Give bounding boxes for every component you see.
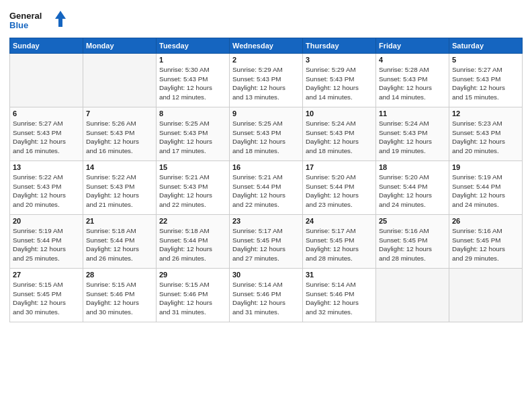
- day-number: 2: [232, 56, 300, 64]
- day-number: 17: [306, 163, 373, 171]
- calendar-cell: [376, 269, 449, 322]
- day-number: 23: [232, 217, 300, 225]
- day-info: Sunrise: 5:15 AM Sunset: 5:46 PM Dayligh…: [159, 280, 226, 317]
- day-info: Sunrise: 5:17 AM Sunset: 5:45 PM Dayligh…: [232, 226, 300, 263]
- calendar-week-row: 13Sunrise: 5:22 AM Sunset: 5:43 PM Dayli…: [10, 161, 523, 215]
- calendar-cell: 13Sunrise: 5:22 AM Sunset: 5:43 PM Dayli…: [10, 161, 83, 215]
- day-number: 1: [159, 56, 226, 64]
- calendar-cell: 10Sunrise: 5:24 AM Sunset: 5:43 PM Dayli…: [303, 107, 376, 161]
- day-number: 22: [159, 217, 226, 225]
- day-info: Sunrise: 5:21 AM Sunset: 5:43 PM Dayligh…: [159, 173, 226, 210]
- day-info: Sunrise: 5:28 AM Sunset: 5:43 PM Dayligh…: [379, 65, 446, 102]
- day-info: Sunrise: 5:15 AM Sunset: 5:45 PM Dayligh…: [13, 280, 80, 317]
- svg-marker-2: [55, 11, 66, 27]
- day-number: 25: [379, 217, 446, 225]
- day-number: 9: [232, 109, 300, 118]
- day-number: 7: [86, 109, 153, 118]
- calendar-cell: 11Sunrise: 5:24 AM Sunset: 5:43 PM Dayli…: [376, 107, 449, 161]
- day-info: Sunrise: 5:25 AM Sunset: 5:43 PM Dayligh…: [159, 119, 226, 156]
- calendar: SundayMondayTuesdayWednesdayThursdayFrid…: [9, 38, 523, 322]
- calendar-week-row: 1Sunrise: 5:30 AM Sunset: 5:43 PM Daylig…: [10, 54, 523, 107]
- day-info: Sunrise: 5:22 AM Sunset: 5:43 PM Dayligh…: [86, 173, 153, 210]
- day-info: Sunrise: 5:15 AM Sunset: 5:46 PM Dayligh…: [86, 280, 153, 317]
- calendar-week-row: 6Sunrise: 5:27 AM Sunset: 5:43 PM Daylig…: [10, 107, 523, 161]
- day-info: Sunrise: 5:16 AM Sunset: 5:45 PM Dayligh…: [452, 226, 519, 263]
- calendar-cell: 29Sunrise: 5:15 AM Sunset: 5:46 PM Dayli…: [157, 269, 230, 322]
- day-info: Sunrise: 5:18 AM Sunset: 5:44 PM Dayligh…: [159, 226, 226, 263]
- calendar-cell: 7Sunrise: 5:26 AM Sunset: 5:43 PM Daylig…: [83, 107, 157, 161]
- day-info: Sunrise: 5:25 AM Sunset: 5:43 PM Dayligh…: [232, 119, 300, 156]
- calendar-cell: 20Sunrise: 5:19 AM Sunset: 5:44 PM Dayli…: [10, 215, 83, 269]
- day-number: 20: [13, 217, 80, 225]
- day-number: 31: [306, 271, 373, 279]
- calendar-cell: 6Sunrise: 5:27 AM Sunset: 5:43 PM Daylig…: [10, 107, 83, 161]
- day-info: Sunrise: 5:27 AM Sunset: 5:43 PM Dayligh…: [452, 65, 519, 102]
- day-number: 11: [379, 109, 446, 118]
- calendar-cell: 30Sunrise: 5:14 AM Sunset: 5:46 PM Dayli…: [230, 269, 303, 322]
- calendar-cell: 22Sunrise: 5:18 AM Sunset: 5:44 PM Dayli…: [157, 215, 230, 269]
- day-number: 29: [159, 271, 226, 279]
- day-number: 15: [159, 163, 226, 171]
- calendar-cell: 14Sunrise: 5:22 AM Sunset: 5:43 PM Dayli…: [83, 161, 157, 215]
- day-info: Sunrise: 5:26 AM Sunset: 5:43 PM Dayligh…: [86, 119, 153, 156]
- calendar-cell: 23Sunrise: 5:17 AM Sunset: 5:45 PM Dayli…: [230, 215, 303, 269]
- day-number: 12: [452, 109, 519, 118]
- calendar-cell: [83, 54, 157, 107]
- calendar-cell: 8Sunrise: 5:25 AM Sunset: 5:43 PM Daylig…: [157, 107, 230, 161]
- day-number: 30: [232, 271, 300, 279]
- day-info: Sunrise: 5:14 AM Sunset: 5:46 PM Dayligh…: [232, 280, 300, 317]
- day-info: Sunrise: 5:23 AM Sunset: 5:43 PM Dayligh…: [452, 119, 519, 156]
- calendar-week-row: 27Sunrise: 5:15 AM Sunset: 5:45 PM Dayli…: [10, 269, 523, 322]
- calendar-week-row: 20Sunrise: 5:19 AM Sunset: 5:44 PM Dayli…: [10, 215, 523, 269]
- calendar-cell: 17Sunrise: 5:20 AM Sunset: 5:44 PM Dayli…: [303, 161, 376, 215]
- day-info: Sunrise: 5:20 AM Sunset: 5:44 PM Dayligh…: [379, 173, 446, 210]
- day-info: Sunrise: 5:19 AM Sunset: 5:44 PM Dayligh…: [13, 226, 80, 263]
- calendar-header-friday: Friday: [376, 38, 449, 54]
- day-info: Sunrise: 5:24 AM Sunset: 5:43 PM Dayligh…: [306, 119, 373, 156]
- calendar-cell: 1Sunrise: 5:30 AM Sunset: 5:43 PM Daylig…: [157, 54, 230, 107]
- day-number: 6: [13, 109, 80, 118]
- day-info: Sunrise: 5:16 AM Sunset: 5:45 PM Dayligh…: [379, 226, 446, 263]
- day-number: 4: [379, 56, 446, 64]
- calendar-cell: 5Sunrise: 5:27 AM Sunset: 5:43 PM Daylig…: [449, 54, 523, 107]
- calendar-header-wednesday: Wednesday: [230, 38, 303, 54]
- logo: General Blue: [9, 9, 70, 34]
- calendar-cell: 3Sunrise: 5:29 AM Sunset: 5:43 PM Daylig…: [303, 54, 376, 107]
- calendar-cell: 24Sunrise: 5:17 AM Sunset: 5:45 PM Dayli…: [303, 215, 376, 269]
- day-info: Sunrise: 5:14 AM Sunset: 5:46 PM Dayligh…: [306, 280, 373, 317]
- day-info: Sunrise: 5:17 AM Sunset: 5:45 PM Dayligh…: [306, 226, 373, 263]
- calendar-cell: 31Sunrise: 5:14 AM Sunset: 5:46 PM Dayli…: [303, 269, 376, 322]
- day-number: 8: [159, 109, 226, 118]
- day-number: 19: [452, 163, 519, 171]
- calendar-header-saturday: Saturday: [449, 38, 523, 54]
- calendar-cell: 12Sunrise: 5:23 AM Sunset: 5:43 PM Dayli…: [449, 107, 523, 161]
- calendar-cell: 26Sunrise: 5:16 AM Sunset: 5:45 PM Dayli…: [449, 215, 523, 269]
- calendar-cell: [449, 269, 523, 322]
- calendar-cell: 4Sunrise: 5:28 AM Sunset: 5:43 PM Daylig…: [376, 54, 449, 107]
- calendar-cell: 15Sunrise: 5:21 AM Sunset: 5:43 PM Dayli…: [157, 161, 230, 215]
- header: General Blue: [9, 7, 523, 34]
- calendar-cell: 2Sunrise: 5:29 AM Sunset: 5:43 PM Daylig…: [230, 54, 303, 107]
- calendar-cell: 21Sunrise: 5:18 AM Sunset: 5:44 PM Dayli…: [83, 215, 157, 269]
- day-info: Sunrise: 5:24 AM Sunset: 5:43 PM Dayligh…: [379, 119, 446, 156]
- day-number: 18: [379, 163, 446, 171]
- calendar-header-tuesday: Tuesday: [157, 38, 230, 54]
- svg-text:General: General: [9, 11, 42, 21]
- calendar-cell: 18Sunrise: 5:20 AM Sunset: 5:44 PM Dayli…: [376, 161, 449, 215]
- day-number: 10: [306, 109, 373, 118]
- calendar-cell: [10, 54, 83, 107]
- day-info: Sunrise: 5:29 AM Sunset: 5:43 PM Dayligh…: [232, 65, 300, 102]
- day-info: Sunrise: 5:19 AM Sunset: 5:44 PM Dayligh…: [452, 173, 519, 210]
- calendar-header-monday: Monday: [83, 38, 157, 54]
- day-info: Sunrise: 5:29 AM Sunset: 5:43 PM Dayligh…: [306, 65, 373, 102]
- day-number: 5: [452, 56, 519, 64]
- day-number: 24: [306, 217, 373, 225]
- calendar-header-row: SundayMondayTuesdayWednesdayThursdayFrid…: [10, 38, 523, 54]
- day-number: 13: [13, 163, 80, 171]
- day-number: 26: [452, 217, 519, 225]
- day-info: Sunrise: 5:20 AM Sunset: 5:44 PM Dayligh…: [306, 173, 373, 210]
- calendar-header-thursday: Thursday: [303, 38, 376, 54]
- calendar-cell: 16Sunrise: 5:21 AM Sunset: 5:44 PM Dayli…: [230, 161, 303, 215]
- day-info: Sunrise: 5:18 AM Sunset: 5:44 PM Dayligh…: [86, 226, 153, 263]
- day-info: Sunrise: 5:30 AM Sunset: 5:43 PM Dayligh…: [159, 65, 226, 102]
